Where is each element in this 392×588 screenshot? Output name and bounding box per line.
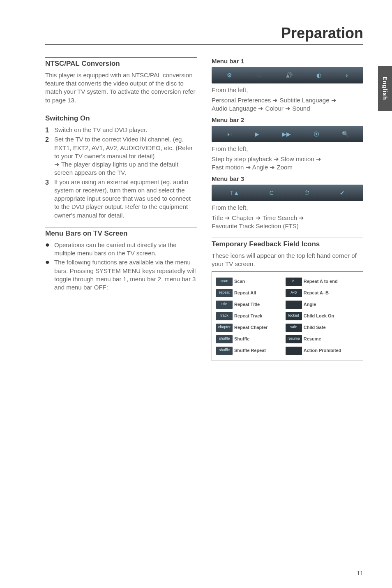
step-number: 1: [45, 126, 54, 135]
feedback-label: Shuffle Repeat: [234, 348, 266, 353]
path-seg: Time Search: [261, 214, 299, 221]
icon-row: chapterRepeat ChaptersafeChild Safe: [215, 322, 360, 333]
icon-row: titleRepeat TitleAngle: [215, 299, 360, 310]
feedback-chip-icon: resume: [286, 335, 302, 343]
feedback-chip-icon: A-B: [286, 289, 302, 297]
path-seg: Chapter: [230, 214, 256, 221]
step-1: 1 Switch on the TV and DVD player.: [45, 126, 197, 135]
menubar1-image: ⚙…🔊◐♪: [212, 67, 363, 83]
language-tab: English: [378, 66, 392, 111]
page-number: 11: [357, 570, 363, 576]
feedback-chip-icon: safe: [286, 324, 302, 332]
arrow-icon: ➜: [274, 155, 279, 162]
path-seg: Title: [212, 214, 225, 221]
path-seg: Subtitle Language: [278, 97, 331, 104]
menubar2-from: From the left,: [212, 145, 363, 153]
path-seg: Zoom: [275, 164, 293, 171]
feedback-chip-icon: [286, 347, 302, 355]
feedback-chip-icon: track: [216, 312, 233, 320]
bullet-dot-icon: ●: [45, 241, 54, 258]
menubar3-title: Menu bar 3: [212, 175, 363, 183]
feedback-label: Repeat Title: [234, 302, 260, 307]
icon-cell-left: repeatRepeat All: [215, 287, 285, 299]
menubar3-from: From the left,: [212, 204, 363, 212]
path-seg: Colour: [263, 105, 285, 112]
arrow-icon: ➜: [285, 105, 291, 112]
arrow-icon: ➜: [316, 155, 321, 162]
icon-row: scanScanA-Repeat A to end: [215, 276, 360, 287]
icon-cell-right: Angle: [285, 299, 360, 310]
step-body: If you are using an external equipment (…: [54, 178, 197, 220]
feedback-label: Shuffle: [234, 336, 249, 341]
menubar1-title: Menu bar 1: [212, 57, 363, 65]
icon-cell-right: resumeResume: [285, 333, 360, 345]
feedback-chip-icon: shuffle: [216, 347, 233, 355]
page: English Preparation NTSC/PAL Conversion …: [0, 0, 392, 588]
feedback-label: Resume: [304, 336, 321, 341]
menubar1-path: Personal Preferences ➜ Subtitle Language…: [212, 96, 363, 113]
left-column: NTSC/PAL Conversion This player is equip…: [45, 57, 197, 361]
feedback-chip-icon: repeat: [216, 289, 233, 297]
menubar2-title: Menu bar 2: [212, 116, 363, 124]
path-seg: Audio Language: [212, 105, 258, 112]
feedback-label: Angle: [304, 302, 316, 307]
menubar2-image: ⏯▶▶▶⦿🔍: [212, 126, 363, 142]
feedback-chip-icon: [286, 301, 302, 309]
icon-cell-right: safeChild Safe: [285, 322, 360, 333]
section-ntsc-title: NTSC/PAL Conversion: [45, 57, 197, 69]
menubar2-path: Step by step playback ➜ Slow motion ➜ Fa…: [212, 155, 363, 172]
bullet-body: Operations can be carried out directly v…: [54, 241, 197, 258]
menubar1-from: From the left,: [212, 86, 363, 94]
icon-row: shuffleShuffle RepeatAction Prohibited: [215, 345, 360, 357]
feedback-chip-icon: locked: [286, 312, 302, 320]
step-body: Set the TV to the correct Video IN chann…: [54, 135, 197, 177]
icon-cell-left: titleRepeat Title: [215, 299, 285, 310]
step-2-text: Set the TV to the correct Video IN chann…: [54, 136, 193, 160]
arrow-icon: ➜: [225, 214, 230, 221]
step-2: 2 Set the TV to the correct Video IN cha…: [45, 135, 197, 177]
icon-row: trackRepeat TracklockedChild Lock On: [215, 310, 360, 322]
icon-cell-right: A-BRepeat A–B: [285, 287, 360, 299]
feedback-chip-icon: title: [216, 301, 233, 309]
feedback-label: Repeat Chapter: [234, 325, 267, 330]
path-seg: Sound: [291, 105, 310, 112]
icon-cell-left: scanScan: [215, 276, 285, 287]
icon-cell-left: chapterRepeat Chapter: [215, 322, 285, 333]
feedback-icons-box: scanScanA-Repeat A to endrepeatRepeat Al…: [212, 271, 363, 361]
feedback-label: Repeat A–B: [304, 290, 329, 295]
feedback-body: These icons will appear on the top left …: [212, 252, 363, 269]
menubars-bullets: ● Operations can be carried out directly…: [45, 241, 197, 292]
icon-cell-left: shuffleShuffle Repeat: [215, 345, 285, 357]
path-seg: Favourite Track Selection (FTS): [212, 222, 299, 229]
path-seg: Personal Preferences: [212, 97, 272, 104]
section-switching-title: Switching On: [45, 112, 197, 123]
arrow-icon: ➜: [299, 214, 304, 221]
bullet-1: ● Operations can be carried out directly…: [45, 241, 197, 258]
section-ntsc-body: This player is equipped with an NTSC/PAL…: [45, 71, 197, 104]
icon-cell-right: lockedChild Lock On: [285, 310, 360, 322]
arrow-icon: ➜: [246, 164, 251, 171]
arrow-icon: ➜: [258, 105, 263, 112]
icon-cell-left: shuffleShuffle: [215, 333, 285, 345]
arrow-icon: ➜: [272, 97, 278, 104]
path-seg: Fast motion: [212, 164, 246, 171]
section-menubars-title: Menu Bars on TV Screen: [45, 227, 197, 238]
icon-cell-right: A-Repeat A to end: [285, 276, 360, 287]
step-2-result: ➜ The player display lights up and the d…: [54, 161, 178, 176]
section-feedback-title: Temporary Feedback Field Icons: [212, 238, 363, 249]
arrow-icon: ➜: [270, 164, 275, 171]
path-seg: Angle: [251, 164, 270, 171]
feedback-label: Action Prohibited: [304, 348, 341, 353]
arrow-icon: ➜: [331, 97, 337, 104]
icon-row: repeatRepeat AllA-BRepeat A–B: [215, 287, 360, 299]
icon-row: shuffleShuffleresumeResume: [215, 333, 360, 345]
feedback-chip-icon: A-: [286, 278, 302, 286]
switching-steps: 1 Switch on the TV and DVD player. 2 Set…: [45, 126, 197, 220]
columns: NTSC/PAL Conversion This player is equip…: [45, 57, 363, 361]
menubar3-image: T▲C⏱✔: [212, 185, 363, 201]
menubar3-path: Title ➜ Chapter ➜ Time Search ➜ Favourit…: [212, 214, 363, 231]
chapter-title: Preparation: [45, 25, 363, 45]
feedback-label: Repeat Track: [234, 313, 262, 318]
icon-cell-left: trackRepeat Track: [215, 310, 285, 322]
feedback-chip-icon: scan: [216, 278, 233, 286]
